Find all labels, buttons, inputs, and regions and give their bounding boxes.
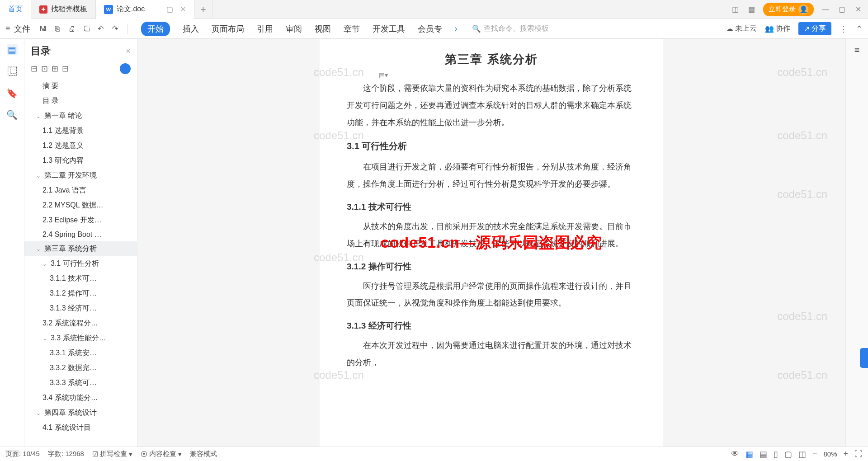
outline-item[interactable]: 1.2 选题意义: [24, 138, 137, 153]
ribbon-search[interactable]: 🔍查找命令、搜索模板: [472, 24, 549, 33]
outline-item[interactable]: 3.4 系统功能分…: [24, 390, 137, 405]
ribbon-tab-section[interactable]: 章节: [344, 24, 360, 34]
outline-item[interactable]: 1.1 选题背景: [24, 123, 137, 138]
ribbon-collapse-icon[interactable]: ⌃: [856, 24, 863, 34]
status-words[interactable]: 字数: 12968: [48, 450, 84, 458]
document-area[interactable]: ▤▾ code51.cn code51.cn code51.cn code51.…: [137, 39, 845, 447]
outline-item[interactable]: 摘 要: [24, 79, 137, 94]
status-spellcheck[interactable]: ☑ 拼写检查 ▾: [92, 450, 132, 458]
outline-item[interactable]: 3.3.2 数据完…: [24, 361, 137, 376]
outline-item[interactable]: 3.1.2 操作可…: [24, 286, 137, 301]
save-icon[interactable]: 🖫: [38, 24, 48, 34]
doc-heading-3: 3.1.1 技术可行性: [347, 201, 636, 213]
outline-item[interactable]: ⌄3.1 可行性分析: [24, 256, 137, 271]
fullscreen-icon[interactable]: ⛶: [854, 449, 863, 459]
cloud-status[interactable]: ☁未上云: [726, 24, 757, 33]
side-handle[interactable]: [860, 348, 868, 368]
status-content-check[interactable]: ⦿ 内容检查 ▾: [141, 450, 182, 458]
ribbon-tab-layout[interactable]: 页面布局: [212, 24, 244, 34]
layout-icon[interactable]: ◫: [731, 5, 740, 14]
bookmark-rail-icon[interactable]: 🔖: [7, 88, 18, 99]
chapter-rail-icon[interactable]: ⿺: [7, 66, 18, 77]
cloud-icon: ☁: [726, 24, 733, 33]
zoom-in-icon[interactable]: +: [843, 449, 848, 459]
apps-icon[interactable]: ▦: [747, 5, 756, 14]
login-button[interactable]: 立即登录👤: [763, 3, 814, 16]
status-compat[interactable]: 兼容模式: [190, 450, 217, 458]
outline-item[interactable]: 目 录: [24, 94, 137, 108]
menu-icon[interactable]: ≡: [5, 24, 10, 33]
outline-item[interactable]: 2.1 Java 语言: [24, 183, 137, 198]
outline-list: 摘 要目 录⌄第一章 绪论1.1 选题背景1.2 选题意义1.3 研究内容⌄第二…: [24, 79, 137, 447]
minimize-icon[interactable]: ―: [821, 5, 830, 14]
tab-new[interactable]: +: [194, 0, 212, 19]
zoom-level[interactable]: 80%: [823, 450, 837, 458]
tab-close-icon[interactable]: ×: [180, 4, 186, 14]
ribbon-options-icon[interactable]: ⋮: [840, 24, 848, 34]
close-icon[interactable]: ✕: [854, 5, 863, 14]
tab-template[interactable]: ✦找稻壳模板: [31, 0, 96, 19]
ribbon-tab-review[interactable]: 审阅: [286, 24, 302, 34]
outline-item[interactable]: ⌄第一章 绪论: [24, 108, 137, 123]
outline-item[interactable]: ⌄第二章 开发环境: [24, 168, 137, 183]
outline-settings-icon[interactable]: [120, 63, 131, 74]
outline-item[interactable]: 3.1.3 经济可…: [24, 301, 137, 316]
outline-item[interactable]: ⌄3.3 系统性能分…: [24, 331, 137, 346]
doc-heading-3: 3.1.3 经济可行性: [347, 320, 636, 332]
file-menu[interactable]: 文件: [14, 24, 30, 34]
outline-close-icon[interactable]: ×: [126, 47, 131, 56]
right-rail: ≡: [845, 39, 868, 447]
outline-item[interactable]: 2.2 MYSQL 数据…: [24, 198, 137, 213]
outline-item[interactable]: 3.3.3 系统可…: [24, 376, 137, 390]
undo-icon[interactable]: ↶: [95, 24, 106, 34]
tab-document[interactable]: W论文.doc ▢ ×: [96, 0, 194, 19]
view-page-icon[interactable]: ▦: [745, 449, 753, 459]
ribbon-tab-reference[interactable]: 引用: [257, 24, 273, 34]
outline-item[interactable]: ⌄第三章 系统分析: [24, 241, 137, 256]
ribbon-tab-insert[interactable]: 插入: [183, 24, 199, 34]
view-read-icon[interactable]: ▢: [784, 449, 792, 459]
eye-icon[interactable]: 👁: [731, 449, 739, 459]
outline-collapse-icon[interactable]: ⊟: [31, 64, 38, 74]
outline-add-icon[interactable]: ⊞: [52, 64, 58, 74]
tab-home[interactable]: 首页: [0, 0, 31, 19]
ribbon-more-icon[interactable]: ›: [455, 24, 458, 33]
ribbon-tab-dev[interactable]: 开发工具: [373, 24, 405, 34]
redo-icon[interactable]: ↷: [110, 24, 121, 34]
view-outline-icon[interactable]: ▤: [760, 449, 767, 459]
share-button[interactable]: ↗分享: [798, 22, 831, 35]
zoom-fit-icon[interactable]: ◫: [798, 449, 806, 459]
outline-remove-icon[interactable]: ⊟: [62, 64, 69, 74]
view-web-icon[interactable]: ▯: [774, 449, 778, 459]
search-icon: 🔍: [472, 24, 481, 33]
outline-item[interactable]: 3.3.1 系统安…: [24, 346, 137, 361]
tab-bar: 首页 ✦找稻壳模板 W论文.doc ▢ × + ◫ ▦ 立即登录👤 ― ▢ ✕: [0, 0, 868, 19]
status-page[interactable]: 页面: 10/45: [5, 450, 40, 458]
outline-item[interactable]: 2.4 Spring Boot …: [24, 228, 137, 241]
search-rail-icon[interactable]: 🔍: [7, 109, 18, 120]
ribbon: ≡ 文件 🖫 ⎘ 🖨 ⿴ ↶ ↷ 开始 插入 页面布局 引用 审阅 视图 章节 …: [0, 19, 868, 39]
status-bar: 页面: 10/45 字数: 12968 ☑ 拼写检查 ▾ ⦿ 内容检查 ▾ 兼容…: [0, 447, 868, 461]
outline-item[interactable]: 4.1 系统设计目: [24, 420, 137, 435]
outline-item[interactable]: ⌄第四章 系统设计: [24, 405, 137, 420]
outline-rail-icon[interactable]: ▤: [7, 44, 18, 55]
outline-item[interactable]: 3.2 系统流程分…: [24, 316, 137, 331]
ribbon-tab-member[interactable]: 会员专: [418, 24, 442, 34]
ribbon-tabs: 开始 插入 页面布局 引用 审阅 视图 章节 开发工具 会员专 ›: [141, 22, 458, 36]
doc-paragraph: 在项目进行开发之前，必须要有可行性分析报告，分别从技术角度，经济角度，操作角度上…: [347, 159, 636, 193]
outline-item[interactable]: 1.3 研究内容: [24, 153, 137, 168]
page-indicator-icon[interactable]: ▤▾: [379, 71, 388, 79]
ribbon-tab-view[interactable]: 视图: [315, 24, 331, 34]
collab-button[interactable]: 👥协作: [765, 24, 790, 33]
outline-expand-icon[interactable]: ⊡: [41, 64, 48, 74]
ribbon-tab-start[interactable]: 开始: [141, 22, 170, 36]
maximize-icon[interactable]: ▢: [837, 5, 846, 14]
settings-rail-icon[interactable]: ≡: [852, 44, 863, 55]
zoom-out-icon[interactable]: −: [812, 449, 817, 459]
tab-pin-icon[interactable]: ▢: [166, 5, 173, 14]
preview-icon[interactable]: ⿴: [81, 24, 92, 34]
export-icon[interactable]: ⎘: [52, 24, 63, 34]
outline-item[interactable]: 2.3 Eclipse 开发…: [24, 213, 137, 228]
outline-item[interactable]: 3.1.1 技术可…: [24, 271, 137, 286]
print-icon[interactable]: 🖨: [66, 24, 77, 34]
